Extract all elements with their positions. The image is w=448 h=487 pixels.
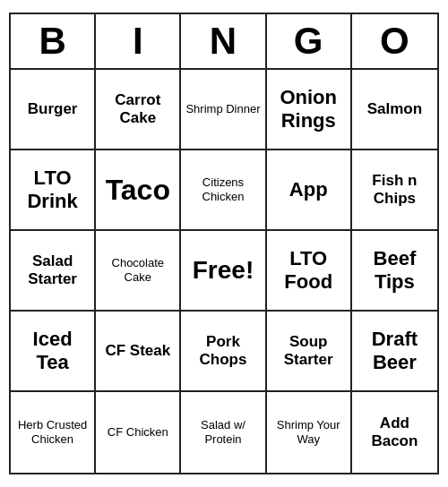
cell-text-17: Pork Chops: [185, 333, 261, 370]
bingo-header: BINGO: [11, 14, 437, 70]
bingo-cell-4: Salmon: [352, 70, 437, 150]
header-letter-b: B: [11, 14, 96, 68]
bingo-cell-12: Free!: [181, 231, 266, 312]
cell-text-12: Free!: [193, 255, 254, 286]
cell-text-3: Onion Rings: [271, 86, 347, 133]
bingo-cell-17: Pork Chops: [181, 312, 266, 392]
header-letter-o: O: [352, 14, 437, 68]
header-letter-g: G: [267, 14, 352, 68]
bingo-cell-3: Onion Rings: [267, 70, 352, 150]
cell-text-1: Carrot Cake: [99, 91, 176, 128]
cell-text-11: Chocolate Cake: [99, 256, 176, 284]
bingo-cell-13: LTO Food: [267, 231, 352, 312]
bingo-cell-23: Shrimp Your Way: [267, 392, 352, 473]
cell-text-14: Beef Tips: [356, 247, 434, 295]
cell-text-23: Shrimp Your Way: [271, 418, 347, 446]
cell-text-2: Shrimp Dinner: [185, 102, 260, 116]
cell-text-10: Salad Starter: [14, 252, 90, 289]
header-letter-n: N: [181, 14, 266, 68]
bingo-grid: BurgerCarrot CakeShrimp DinnerOnion Ring…: [11, 70, 437, 473]
bingo-cell-8: App: [267, 150, 352, 231]
bingo-cell-21: CF Chicken: [96, 392, 181, 473]
bingo-cell-7: Citizens Chicken: [181, 150, 266, 231]
bingo-cell-22: Salad w/ Protein: [181, 392, 266, 473]
bingo-cell-11: Chocolate Cake: [96, 231, 181, 312]
bingo-cell-24: Add Bacon: [352, 392, 437, 473]
bingo-cell-5: LTO Drink: [11, 150, 96, 231]
bingo-cell-0: Burger: [11, 70, 96, 150]
bingo-cell-16: CF Steak: [96, 312, 181, 392]
cell-text-16: CF Steak: [105, 342, 170, 360]
cell-text-9: Fish n Chips: [356, 172, 434, 209]
cell-text-6: Taco: [106, 173, 170, 207]
cell-text-8: App: [289, 178, 328, 201]
header-letter-i: I: [96, 14, 181, 68]
cell-text-21: CF Chicken: [108, 425, 168, 440]
cell-text-22: Salad w/ Protein: [185, 418, 261, 446]
cell-text-20: Herb Crusted Chicken: [14, 418, 90, 446]
bingo-cell-15: Iced Tea: [11, 312, 96, 392]
bingo-cell-6: Taco: [96, 150, 181, 231]
cell-text-15: Iced Tea: [14, 328, 90, 375]
bingo-cell-14: Beef Tips: [352, 231, 437, 312]
bingo-cell-1: Carrot Cake: [96, 70, 181, 150]
bingo-cell-9: Fish n Chips: [352, 150, 437, 231]
cell-text-19: Draft Beer: [356, 328, 434, 375]
cell-text-18: Soup Starter: [271, 333, 347, 370]
bingo-cell-18: Soup Starter: [267, 312, 352, 392]
bingo-cell-20: Herb Crusted Chicken: [11, 392, 96, 473]
cell-text-4: Salmon: [367, 100, 422, 118]
cell-text-7: Citizens Chicken: [185, 175, 261, 203]
bingo-cell-10: Salad Starter: [11, 231, 96, 312]
bingo-cell-2: Shrimp Dinner: [181, 70, 266, 150]
cell-text-5: LTO Drink: [14, 167, 90, 214]
cell-text-0: Burger: [28, 100, 78, 118]
cell-text-13: LTO Food: [271, 247, 347, 295]
bingo-card: BINGO BurgerCarrot CakeShrimp DinnerOnio…: [9, 13, 439, 474]
bingo-cell-19: Draft Beer: [352, 312, 437, 392]
cell-text-24: Add Bacon: [356, 414, 434, 451]
